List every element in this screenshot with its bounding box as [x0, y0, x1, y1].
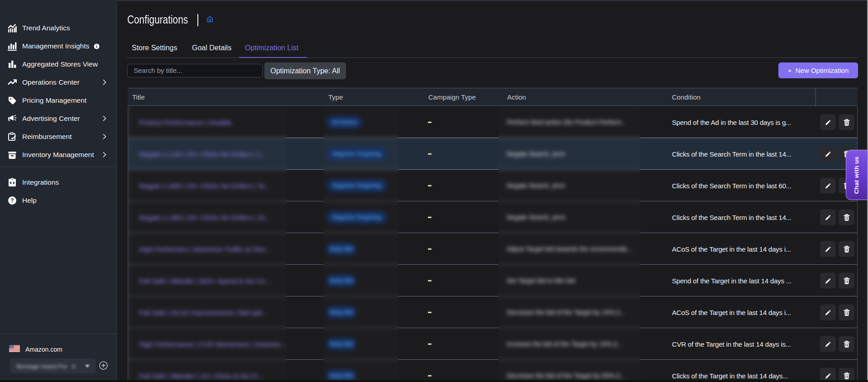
svg-text:?: ?	[10, 197, 14, 204]
